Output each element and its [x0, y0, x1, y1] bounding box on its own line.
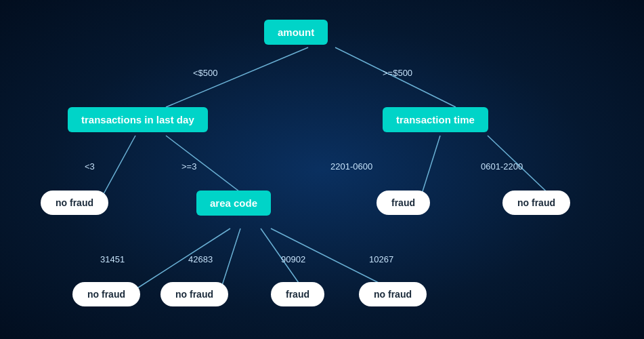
edge-label-90902: 90902	[281, 254, 305, 264]
edge-label-31451: 31451	[100, 254, 125, 264]
edge-label-42683: 42683	[188, 254, 213, 264]
node-no-fraud-2: no fraud	[502, 191, 570, 215]
edge-label-10267: 10267	[369, 254, 393, 264]
node-no-fraud-4: no fraud	[160, 282, 228, 306]
node-fraud-2: fraud	[271, 282, 324, 306]
edge-label-less-3: <3	[85, 161, 95, 172]
edge-label-gte-3: >=3	[181, 161, 196, 172]
edge-label-time-2201: 2201-0600	[330, 161, 372, 172]
node-no-fraud-1: no fraud	[41, 191, 108, 215]
edge-label-gte-500: >=$500	[383, 68, 412, 78]
svg-line-0	[166, 47, 308, 107]
node-transaction-time: transaction time	[383, 107, 488, 132]
node-fraud-1: fraud	[377, 191, 430, 215]
node-amount: amount	[264, 20, 328, 45]
edge-label-time-0601: 0601-2200	[481, 161, 523, 172]
node-area-code: area code	[196, 191, 271, 216]
edge-label-less-500: <$500	[193, 68, 218, 78]
node-no-fraud-5: no fraud	[359, 282, 427, 306]
node-transactions-last-day: transactions in last day	[68, 107, 208, 132]
node-no-fraud-3: no fraud	[72, 282, 140, 306]
